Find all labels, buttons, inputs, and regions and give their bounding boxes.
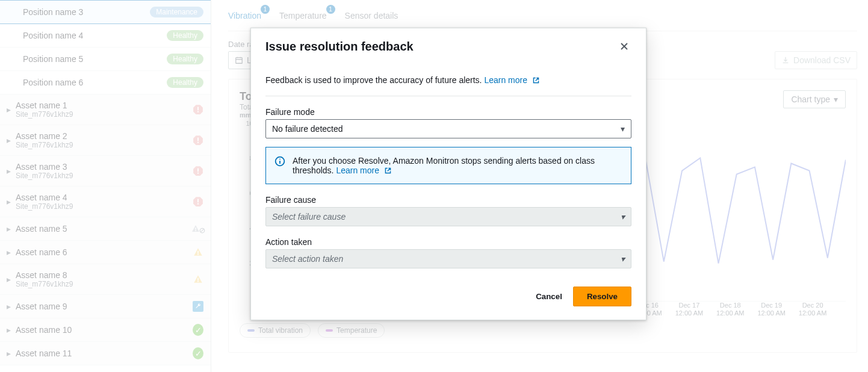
download-csv-label: Download CSV (793, 55, 851, 65)
expand-caret-icon: ▸ (5, 274, 12, 284)
failure-mode-label: Failure mode (265, 107, 631, 117)
asset-subtitle: Site_m776v1khz9 (16, 110, 73, 119)
sidebar-asset-row[interactable]: ▸Asset name 11✓ (0, 342, 211, 365)
action-taken-label: Action taken (265, 237, 631, 247)
svg-point-13 (195, 230, 196, 231)
svg-point-29 (279, 158, 281, 160)
svg-point-2 (197, 111, 199, 113)
sidebar-asset-row[interactable]: ▸Asset name 10✓ (0, 318, 211, 342)
chart-type-button[interactable]: Chart type ▾ (783, 90, 846, 108)
asset-title: Asset name 2 (16, 131, 73, 141)
asset-title: Asset name 9 (16, 302, 67, 311)
modal-title: Issue resolution feedback (265, 40, 414, 54)
expand-caret-icon: ▸ (5, 105, 12, 114)
sidebar-asset-row[interactable]: ▸Asset name 2Site_m776v1khz9 (0, 125, 211, 156)
asset-title: Asset name 5 (16, 224, 67, 234)
modal-intro-text: Feedback is used to improve the accuracy… (265, 75, 482, 85)
failure-cause-label: Failure cause (265, 195, 631, 205)
position-label: Position name 4 (23, 31, 83, 40)
legend-swatch-icon (326, 329, 333, 332)
sidebar-asset-row[interactable]: ▸Asset name 6 (0, 241, 211, 264)
tab-sensor-label: Sensor details (345, 11, 398, 20)
action-taken-placeholder: Select action taken (272, 254, 343, 264)
tab-temperature-label: Temperature (279, 11, 327, 20)
resolve-label: Resolve (587, 292, 618, 301)
svg-rect-20 (236, 58, 243, 64)
sidebar-asset-row[interactable]: ▸Asset name 1Site_m776v1khz9 (0, 95, 211, 125)
alert-learn-more-link[interactable]: Learn more (336, 166, 391, 175)
issue-resolution-modal: Issue resolution feedback Feedback is us… (250, 28, 646, 320)
asset-title: Asset name 6 (16, 247, 67, 257)
sidebar-asset-row[interactable]: ▸Asset name 4Site_m776v1khz9 (0, 187, 211, 217)
sidebar-position-row[interactable]: Position name 5Healthy (0, 48, 211, 71)
expand-caret-icon: ▸ (5, 197, 12, 206)
sidebar-position-row[interactable]: Position name 3Maintenance (0, 0, 211, 24)
status-badge: Healthy (167, 54, 203, 64)
close-button[interactable] (617, 39, 631, 54)
legend-swatch-icon (247, 329, 255, 332)
sidebar-asset-row[interactable]: ▸Asset name 5 (0, 217, 211, 241)
info-alert: After you choose Resolve, Amazon Monitro… (265, 147, 631, 184)
asset-subtitle: Site_m776v1khz9 (16, 172, 73, 180)
status-warning-icon (193, 274, 203, 285)
expand-caret-icon: ▸ (5, 349, 12, 358)
sidebar-asset-row[interactable]: ▸Asset name 8Site_m776v1khz9 (0, 264, 211, 295)
status-alarm-icon (193, 104, 203, 115)
tab-vibration[interactable]: Vibration 1 (228, 8, 261, 23)
asset-subtitle: Site_m776v1khz9 (16, 280, 73, 288)
svg-point-11 (197, 203, 199, 205)
close-icon (619, 42, 629, 51)
position-label: Position name 3 (23, 7, 83, 17)
asset-subtitle: Site_m776v1khz9 (16, 202, 73, 211)
failure-mode-select[interactable]: No failure detected ▾ (265, 119, 631, 138)
expand-caret-icon: ▸ (5, 166, 12, 176)
sidebar-position-row[interactable]: Position name 4Healthy (0, 24, 211, 48)
legend-temp-label: Temperature (336, 326, 377, 335)
learn-more-label: Learn more (484, 75, 527, 85)
cancel-button[interactable]: Cancel (533, 287, 565, 306)
status-healthy-icon: ✓ (193, 348, 203, 359)
calendar-icon (235, 56, 243, 64)
status-alarm-icon (193, 135, 203, 146)
status-alarm-icon (193, 166, 203, 176)
status-healthy-icon: ✓ (193, 324, 203, 335)
asset-title: Asset name 10 (16, 325, 72, 335)
learn-more-link[interactable]: Learn more (484, 75, 539, 85)
chevron-down-icon: ▾ (834, 95, 838, 104)
tab-vibration-badge: 1 (261, 5, 270, 14)
expand-caret-icon: ▸ (5, 325, 12, 335)
tab-sensor-details[interactable]: Sensor details (345, 8, 398, 23)
legend-temperature[interactable]: Temperature (318, 323, 385, 338)
sidebar-position-row[interactable]: Position name 6Healthy (0, 71, 211, 95)
chevron-down-icon: ▾ (621, 254, 625, 264)
tab-vibration-label: Vibration (228, 11, 261, 20)
expand-caret-icon: ▸ (5, 247, 12, 257)
x-tick: Dec 1912:00 AM (757, 302, 785, 317)
tab-temperature[interactable]: Temperature 1 (279, 8, 327, 23)
download-csv-button[interactable]: Download CSV (775, 51, 857, 69)
status-warning-icon (193, 247, 203, 258)
status-maintenance-icon (193, 301, 203, 312)
tab-bar: Vibration 1 Temperature 1 Sensor details (228, 0, 857, 31)
position-label: Position name 6 (23, 78, 83, 87)
failure-cause-placeholder: Select failure cause (272, 212, 346, 222)
resolve-button[interactable]: Resolve (573, 287, 631, 306)
chevron-down-icon: ▾ (621, 124, 625, 134)
status-badge: Maintenance (150, 7, 203, 17)
cancel-label: Cancel (536, 292, 562, 301)
expand-caret-icon: ▸ (5, 224, 12, 234)
action-taken-select: Select action taken ▾ (265, 249, 631, 268)
tab-temperature-badge: 1 (326, 5, 335, 14)
status-badge: Healthy (167, 30, 203, 41)
sidebar-asset-row[interactable]: ▸Asset name 9 (0, 295, 211, 318)
modal-intro: Feedback is used to improve the accuracy… (265, 75, 631, 85)
status-alarm-icon (193, 196, 203, 207)
legend-total-vibration[interactable]: Total vibration (240, 323, 311, 338)
expand-caret-icon: ▸ (5, 135, 12, 145)
external-link-icon (384, 167, 392, 175)
expand-caret-icon: ▸ (5, 302, 12, 311)
chart-type-label: Chart type (791, 95, 830, 104)
sidebar-asset-row[interactable]: ▸Asset name 3Site_m776v1khz9 (0, 156, 211, 187)
asset-title: Asset name 4 (16, 193, 73, 202)
asset-title: Asset name 8 (16, 270, 73, 280)
